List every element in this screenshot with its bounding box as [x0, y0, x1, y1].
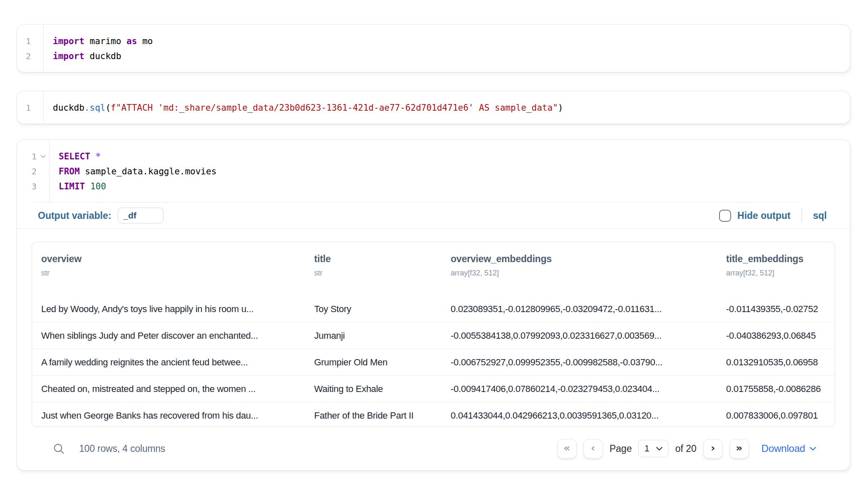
- result-table: overviewstrtitlestroverview_embeddingsar…: [32, 242, 835, 427]
- chevron-down-icon: [656, 446, 663, 451]
- table-cell: 0.041433044,0.042966213,0.0039591365,0.0…: [441, 410, 717, 421]
- table-cell: 0.007833006,0.097801: [717, 410, 835, 421]
- download-button[interactable]: Download: [761, 443, 816, 454]
- table-cell: 0.023089351,-0.012809965,-0.03209472,-0.…: [441, 304, 717, 315]
- column-header-title[interactable]: titlestr: [305, 253, 441, 296]
- search-icon: [52, 442, 65, 455]
- column-header-title_embeddings[interactable]: title_embeddingsarray[f32, 512]: [717, 253, 835, 296]
- table-cell: -0.040386293,0.06845: [717, 330, 835, 341]
- next-page-button[interactable]: ›: [703, 439, 723, 459]
- table-cell: A family wedding reignites the ancient f…: [32, 357, 305, 368]
- column-dtype: array[f32, 512]: [451, 269, 717, 278]
- code-editor[interactable]: 123SELECT *FROM sample_data.kaggle.movie…: [17, 140, 850, 202]
- first-page-button[interactable]: «: [557, 439, 577, 459]
- table-row[interactable]: Led by Woody, Andy's toys live happily i…: [32, 296, 835, 322]
- table-cell: -0.0055384138,0.07992093,0.023316627,0.0…: [441, 330, 717, 341]
- code-lines: import marimo as moimport duckdb: [44, 25, 153, 72]
- line-number-gutter: 123: [17, 140, 50, 202]
- table-cell: Led by Woody, Andy's toys live happily i…: [32, 304, 305, 315]
- line-number-text: 3: [32, 181, 37, 191]
- page-total: of 20: [675, 443, 697, 454]
- page-select-value: 1: [644, 443, 649, 454]
- sql-cell-toolbar: Output variable: Hide output sql: [17, 203, 850, 228]
- table-cell: Cheated on, mistreated and stepped on, t…: [32, 384, 305, 394]
- column-name: overview_embeddings: [451, 253, 717, 265]
- table-cell: -0.009417406,0.07860214,-0.023279453,0.0…: [441, 384, 717, 394]
- table-cell: When siblings Judy and Peter discover an…: [32, 330, 305, 341]
- column-dtype: array[f32, 512]: [726, 269, 835, 278]
- line-number-text: 2: [32, 166, 37, 176]
- toolbar-right: Hide output sql: [719, 208, 827, 223]
- table-cell: Waiting to Exhale: [305, 384, 441, 394]
- hide-output-checkbox[interactable]: [719, 210, 731, 222]
- code-cell-imports: 12import marimo as moimport duckdb: [17, 24, 850, 72]
- code-lines: SELECT *FROM sample_data.kaggle.moviesLI…: [50, 140, 216, 202]
- line-number: 2: [17, 164, 49, 179]
- code-line[interactable]: import marimo as mo: [53, 34, 153, 49]
- output-variable-label: Output variable:: [38, 210, 111, 221]
- table-footer: 100 rows, 4 columns « ‹ Page 1 of 20 › »: [32, 427, 835, 470]
- table-cell: 0.0132910535,0.06958: [717, 357, 835, 368]
- code-editor[interactable]: 1duckdb.sql(f"ATTACH 'md:_share/sample_d…: [17, 91, 850, 124]
- vertical-divider: [801, 208, 802, 223]
- page-select[interactable]: 1: [638, 440, 668, 457]
- code-line[interactable]: SELECT *: [59, 149, 216, 164]
- table-cell: 0.01755858,-0.0086286: [717, 384, 835, 394]
- fold-chevron-icon[interactable]: [37, 155, 49, 159]
- code-editor[interactable]: 12import marimo as moimport duckdb: [17, 25, 850, 72]
- output-area: overviewstrtitlestroverview_embeddingsar…: [17, 229, 850, 470]
- line-number-text: 1: [26, 36, 31, 46]
- line-number: 2: [17, 49, 43, 64]
- table-cell: Just when George Banks has recovered fro…: [32, 410, 305, 421]
- table-row[interactable]: Cheated on, mistreated and stepped on, t…: [32, 375, 835, 402]
- pagination: « ‹ Page 1 of 20 › » Download: [557, 439, 816, 459]
- table-row[interactable]: A family wedding reignites the ancient f…: [32, 349, 835, 375]
- table-row[interactable]: Just when George Banks has recovered fro…: [32, 402, 835, 427]
- page-label: Page: [610, 443, 632, 454]
- download-label: Download: [761, 443, 805, 454]
- sql-query-cell: 123SELECT *FROM sample_data.kaggle.movie…: [17, 139, 850, 471]
- column-dtype: str: [41, 269, 305, 278]
- line-number-text: 1: [26, 103, 31, 113]
- hide-output-label: Hide output: [737, 210, 791, 221]
- output-variable-input[interactable]: [118, 208, 164, 223]
- line-number: 1: [17, 100, 43, 115]
- notebook: 12import marimo as moimport duckdb 1duck…: [0, 24, 868, 471]
- table-cell: Grumpier Old Men: [305, 357, 441, 368]
- table-summary: 100 rows, 4 columns: [79, 443, 165, 454]
- line-number: 3: [17, 179, 49, 194]
- table-cell: Father of the Bride Part II: [305, 410, 441, 421]
- chevron-down-icon: [809, 446, 816, 451]
- code-cell-attach: 1duckdb.sql(f"ATTACH 'md:_share/sample_d…: [17, 91, 850, 124]
- column-name: title_embeddings: [726, 253, 835, 265]
- search-button[interactable]: [52, 442, 65, 455]
- line-number: 1: [17, 149, 49, 164]
- language-button[interactable]: sql: [813, 210, 827, 221]
- line-number-gutter: 12: [17, 25, 44, 72]
- table-cell: Toy Story: [305, 304, 441, 315]
- column-name: title: [314, 253, 441, 265]
- code-line[interactable]: LIMIT 100: [59, 179, 216, 194]
- column-header-overview_embeddings[interactable]: overview_embeddingsarray[f32, 512]: [441, 253, 717, 296]
- table-cell: -0.011439355,-0.02752: [717, 304, 835, 315]
- code-line[interactable]: FROM sample_data.kaggle.movies: [59, 164, 216, 179]
- column-dtype: str: [314, 269, 441, 278]
- code-lines: duckdb.sql(f"ATTACH 'md:_share/sample_da…: [44, 91, 563, 124]
- table-row[interactable]: When siblings Judy and Peter discover an…: [32, 322, 835, 349]
- code-line[interactable]: import duckdb: [53, 49, 153, 64]
- table-header-row: overviewstrtitlestroverview_embeddingsar…: [32, 242, 835, 296]
- line-number-text: 2: [26, 51, 31, 61]
- last-page-button[interactable]: »: [729, 439, 749, 459]
- line-number: 1: [17, 34, 43, 49]
- line-number-text: 1: [32, 151, 37, 161]
- table-cell: -0.006752927,0.099952355,-0.009982588,-0…: [441, 357, 717, 368]
- line-number-gutter: 1: [17, 91, 44, 124]
- column-name: overview: [41, 253, 305, 265]
- code-line[interactable]: duckdb.sql(f"ATTACH 'md:_share/sample_da…: [53, 100, 563, 115]
- column-header-overview[interactable]: overviewstr: [32, 253, 305, 296]
- prev-page-button[interactable]: ‹: [583, 439, 603, 459]
- table-cell: Jumanji: [305, 330, 441, 341]
- table-body: Led by Woody, Andy's toys live happily i…: [32, 296, 835, 427]
